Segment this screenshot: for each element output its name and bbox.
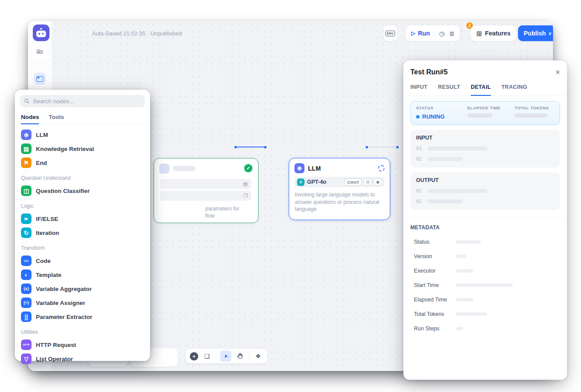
node-item-end[interactable]: ⚑ End	[20, 156, 145, 170]
skeleton-bar	[456, 284, 513, 287]
tab-tracing[interactable]: TRACING	[501, 80, 527, 95]
document-icon: ▤	[243, 181, 248, 187]
chevron-down-icon: ∨	[549, 31, 552, 36]
metadata-row: Start Time	[410, 282, 560, 288]
toolbar-divider	[249, 353, 249, 360]
edge-start-llm	[235, 147, 266, 147]
template-icon: ◐	[21, 270, 32, 280]
run-history-icon[interactable]: ◷	[439, 30, 444, 37]
vision-badge-icon: ⊡	[364, 178, 372, 186]
parameter-extractor-icon: ⣿	[21, 312, 32, 322]
skeleton-bar	[427, 147, 487, 150]
skeleton-bar	[427, 157, 462, 161]
sliders-icon	[37, 49, 43, 54]
metadata-label: METADATA	[410, 224, 560, 231]
model-selector[interactable]: ✳ GPT-4o CHAT ⊡ ◉	[294, 177, 385, 187]
status-card: STATUS RUNING ELAPSED TIME TOTAL TOKENS	[410, 101, 560, 125]
env-button[interactable]: ENV	[383, 25, 397, 41]
llm-icon: ⊕	[294, 163, 304, 173]
llm-node[interactable]: ⊕ LLM ✳ GPT-4o CHAT ⊡ ◉ Invoking large l…	[289, 158, 390, 220]
variable-assigner-icon: {=}	[21, 298, 32, 308]
chat-mode-badge: CHAT	[345, 178, 362, 186]
node-item-llm[interactable]: ⊕ LLM	[20, 128, 145, 142]
search-box[interactable]	[20, 95, 145, 107]
close-icon[interactable]: ×	[555, 68, 560, 76]
pointer-mode-button[interactable]: ➤	[220, 350, 231, 362]
section-header: Question Understand	[21, 175, 144, 181]
skeleton-bar	[456, 327, 463, 330]
search-input[interactable]	[33, 98, 141, 105]
status-dot-icon	[416, 115, 420, 119]
llm-node-title: LLM	[308, 165, 321, 172]
start-variable-row[interactable]: ▤	[160, 179, 251, 189]
search-icon	[24, 98, 30, 104]
tab-nodes[interactable]: Nodes	[21, 112, 39, 124]
node-search-panel: Nodes Tools ⊕ LLM ▤ Knowledge Retrieval …	[15, 90, 150, 361]
autosave-status: Auto-Saved 21:02:35 · Unpublished	[92, 30, 182, 37]
elapsed-time-label: ELAPSED TIME	[467, 105, 514, 110]
http-request-icon: HTTP	[21, 340, 32, 350]
node-list: ⊕ LLM ▤ Knowledge Retrieval ⚑ End Questi…	[20, 124, 145, 366]
node-item-http-request[interactable]: HTTP HTTP Request	[20, 338, 145, 352]
section-header: Logic	[21, 203, 144, 209]
section-header: Transform	[21, 245, 144, 251]
page: Auto-Saved 21:02:35 · Unpublished ENV ▷ …	[0, 0, 581, 392]
end-icon: ⚑	[21, 158, 32, 168]
node-item-variable-assigner[interactable]: {=} Variable Assigner	[20, 296, 145, 310]
add-note-button[interactable]: ❏	[202, 351, 212, 361]
tab-input[interactable]: INPUT	[410, 80, 427, 95]
features-button[interactable]: ⊞ Features	[471, 25, 516, 41]
node-item-iteration[interactable]: ↻ Iteration	[20, 226, 145, 240]
node-item-variable-aggregator[interactable]: {x} Variable Aggregator	[20, 282, 145, 296]
node-item-code[interactable]: </> Code	[20, 254, 145, 268]
run-button[interactable]: ▷ Run	[411, 30, 430, 37]
sidebar-divider	[34, 62, 46, 63]
list-operator-icon: ▽	[21, 354, 32, 364]
node-item-template[interactable]: ◐ Template	[20, 268, 145, 282]
node-item-list-operator[interactable]: ▽ List Operator	[20, 352, 145, 366]
input-label: INPUT	[416, 135, 554, 141]
tab-tools[interactable]: Tools	[49, 112, 64, 124]
start-node[interactable]: ✓ ▤ ❐ parameters for flow	[154, 158, 259, 223]
node-item-knowledge-retrieval[interactable]: ▤ Knowledge Retrieval	[20, 142, 145, 156]
add-node-button[interactable]: +	[190, 352, 198, 360]
hand-mode-button[interactable]	[235, 351, 245, 361]
organize-nodes-button[interactable]: ❖	[253, 351, 263, 361]
publish-button-label: Publish	[524, 30, 546, 37]
app-logo[interactable]	[33, 24, 49, 41]
panel-title: Test Run#5	[410, 68, 448, 76]
play-icon: ▷	[411, 30, 415, 36]
line-number: 02	[416, 156, 422, 162]
total-tokens-label: TOTAL TOKENS	[514, 105, 549, 110]
node-item-question-classifier[interactable]: ◫ Question Classifier	[20, 184, 145, 198]
output-label: OUTPUT	[416, 177, 554, 183]
toolbar-divider	[216, 353, 216, 360]
gpt-icon: ✳	[297, 178, 304, 186]
start-variable-row[interactable]: ❐	[160, 191, 251, 201]
checklist-icon[interactable]: ≣	[449, 30, 455, 37]
eye-badge-icon: ◉	[374, 178, 382, 186]
section-header: Utilities	[21, 329, 144, 335]
copy-icon: ❐	[243, 193, 248, 199]
node-item-if-else[interactable]: ⋔ IF/ELSE	[20, 212, 145, 226]
line-number: 01	[416, 146, 422, 151]
line-number: 01	[416, 188, 422, 194]
llm-icon: ⊕	[21, 130, 32, 140]
iteration-icon: ↻	[21, 228, 32, 238]
publish-button[interactable]: Publish ∨	[518, 25, 553, 41]
tab-result[interactable]: RESULT	[438, 80, 460, 95]
cursor-icon: ➤	[222, 353, 229, 359]
tab-detail[interactable]: DETAIL	[471, 80, 491, 95]
workflow-view-button[interactable]	[34, 73, 46, 85]
window-icon	[36, 76, 43, 82]
preferences-button[interactable]	[34, 46, 46, 58]
model-name: GPT-4o	[307, 179, 326, 185]
node-panel-tabs: Nodes Tools	[21, 112, 144, 124]
start-node-description: parameters for flow	[205, 205, 239, 219]
node-item-parameter-extractor[interactable]: ⣿ Parameter Extractor	[20, 310, 145, 324]
env-icon: ENV	[385, 31, 395, 36]
code-icon: </>	[21, 256, 32, 266]
line-number: 02	[416, 199, 422, 204]
skeleton-bar	[456, 298, 473, 301]
question-classifier-icon: ◫	[21, 186, 32, 196]
